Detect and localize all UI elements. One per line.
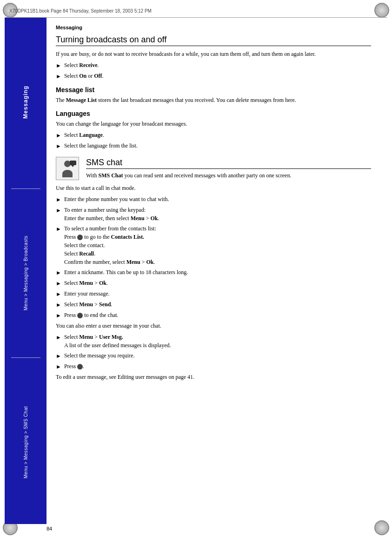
bullet-user-3: ► Press . — [56, 362, 371, 371]
sms-use-text: Use this to start a call in chat mode. — [56, 184, 371, 192]
bullet-user-2: ► Select the message you require. — [56, 351, 371, 360]
bullet-text-lang1: Select Language. — [64, 131, 371, 139]
heading-broadcasts: Turning broadcasts on and off — [56, 35, 371, 46]
bullet-select-receive: ► Select Receive. — [56, 61, 371, 70]
bullet-text-2: Select On or Off. — [64, 72, 371, 80]
page-number: 84 — [47, 526, 52, 531]
bullet-arrow-sms1: ► — [56, 195, 61, 204]
sidebar-divider-top — [11, 188, 40, 189]
bullet-text-sms4: Enter a nickname. This can be up to 18 c… — [64, 268, 371, 276]
person-body-icon — [62, 170, 73, 177]
bullet-text-sms1: Enter the phone number you want to chat … — [64, 195, 371, 203]
languages-text: You can change the language for your bro… — [56, 120, 371, 128]
footer-note: To edit a user message, see Editing user… — [56, 373, 371, 381]
sidebar: Messaging Menu > Messaging > Broadcasts … — [5, 18, 47, 524]
bullet-arrow-sms4: ► — [56, 269, 61, 277]
bullet-text-sms6: Enter your message. — [64, 289, 371, 298]
bullet-arrow-u3: ► — [56, 363, 61, 371]
bullet-sms-7: ► Select Menu > Send. — [56, 300, 371, 309]
bullet-sms-6: ► Enter your message. — [56, 289, 371, 298]
sms-person-icon — [59, 160, 76, 177]
bullet-text-sms5: Select Menu > Ok. — [64, 279, 371, 287]
bullet-text-sms7: Select Menu > Send. — [64, 300, 371, 309]
bullet-text-sms3: To select a number from the contacts lis… — [64, 224, 371, 266]
bullet-arrow-lang2: ► — [56, 142, 61, 150]
section-label: Messaging — [56, 25, 371, 30]
heading-message-list: Message list — [56, 86, 371, 94]
bullet-user-1: ► Select Menu > User Msg.A list of the u… — [56, 333, 371, 350]
sms-chat-title: SMS chat — [86, 158, 371, 169]
bullet-sms-4: ► Enter a nickname. This can be up to 18… — [56, 268, 371, 277]
bullet-text-sms8: Press to end the chat. — [64, 311, 371, 319]
bullet-arrow-sms2: ► — [56, 206, 61, 215]
bullet-text-1: Select Receive. — [64, 61, 371, 69]
bullet-sms-3: ► To select a number from the contacts l… — [56, 224, 371, 266]
sidebar-label-smschat: Menu > Messaging > SMS Chat — [23, 360, 28, 524]
sms-chat-title-block: SMS chat With SMS Chat you can read sent… — [86, 158, 371, 180]
bullet-arrow-1: ► — [56, 61, 61, 70]
sms-chat-icon-box — [56, 157, 79, 180]
bullet-select-language: ► Select Language. — [56, 131, 371, 140]
bullet-arrow-lang1: ► — [56, 131, 61, 140]
sidebar-label-messaging: Messaging — [22, 18, 29, 186]
bullet-arrow-sms6: ► — [56, 290, 61, 298]
intro-text: If you are busy, or do not want to recei… — [56, 50, 371, 58]
bullet-text-sms2: To enter a number using the keypad:Enter… — [64, 206, 371, 222]
bullet-select-language-list: ► Select the language from the list. — [56, 141, 371, 150]
bullet-text-lang2: Select the language from the list. — [64, 141, 371, 150]
bullet-arrow-sms3: ► — [56, 225, 61, 233]
sidebar-label-broadcasts: Menu > Messaging > Broadcasts — [23, 191, 28, 355]
bullet-text-u3: Press . — [64, 362, 371, 370]
bullet-text-u1: Select Menu > User Msg.A list of the use… — [64, 333, 371, 350]
bullet-sms-2: ► To enter a number using the keypad:Ent… — [56, 206, 371, 222]
main-content: Messaging Turning broadcasts on and off … — [47, 18, 383, 524]
bullet-arrow-2: ► — [56, 72, 61, 81]
heading-languages: Languages — [56, 110, 371, 117]
sms-chat-header: SMS chat With SMS Chat you can read sent… — [56, 157, 371, 180]
bullet-sms-5: ► Select Menu > Ok. — [56, 279, 371, 288]
user-msg-intro: You can also enter a user message in you… — [56, 322, 371, 330]
bullet-arrow-sms8: ► — [56, 311, 61, 320]
header-bar: X70DPK11B1.book Page 84 Thursday, Septem… — [5, 5, 387, 18]
bullet-arrow-u2: ► — [56, 352, 61, 360]
chat-bubble-icon — [70, 161, 76, 165]
message-list-text: The Message List stores the last broadca… — [56, 96, 371, 104]
sidebar-divider-bottom — [11, 357, 40, 358]
bullet-select-on-off: ► Select On or Off. — [56, 72, 371, 81]
bullet-arrow-sms7: ► — [56, 301, 61, 309]
bullet-arrow-sms5: ► — [56, 279, 61, 288]
bullet-sms-8: ► Press to end the chat. — [56, 311, 371, 320]
bullet-text-u2: Select the message you require. — [64, 351, 371, 360]
bullet-arrow-u1: ► — [56, 333, 61, 342]
bullet-sms-1: ► Enter the phone number you want to cha… — [56, 195, 371, 204]
sms-chat-desc: With SMS Chat you can read sent and rece… — [86, 171, 371, 180]
header-text: X70DPK11B1.book Page 84 Thursday, Septem… — [9, 8, 152, 13]
